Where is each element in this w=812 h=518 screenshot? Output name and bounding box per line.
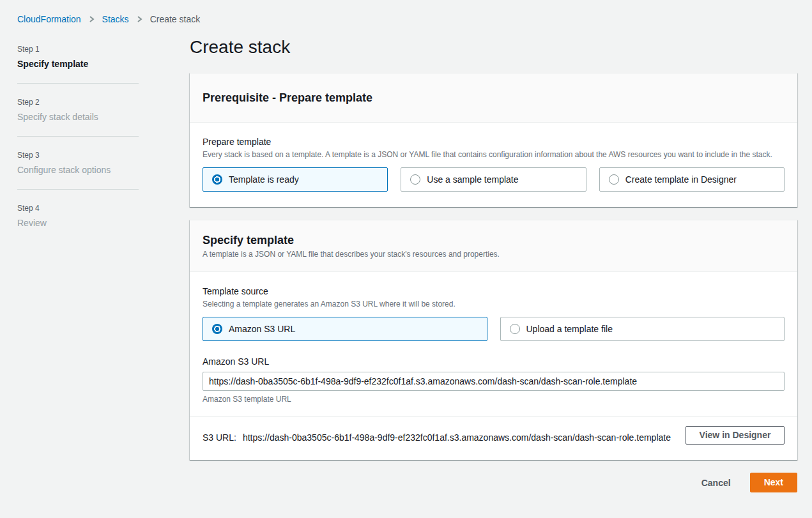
wizard-step-3: Step 3 Configure stack options [17,151,177,175]
radio-tile-label: Use a sample template [427,174,518,185]
wizard-step-4: Step 4 Review [17,204,177,228]
s3-url-summary-row: S3 URL:https://dash-0ba3505c-6b1f-498a-9… [203,426,785,445]
breadcrumb-chevron-icon [137,15,142,23]
view-in-designer-button[interactable]: View in Designer [686,426,785,445]
radio-tile-label: Create template in Designer [625,174,737,185]
specify-template-card: Specify template A template is a JSON or… [190,220,797,460]
breadcrumb-cloudformation-link[interactable]: CloudFormation [17,14,81,24]
step-title: Review [17,218,177,228]
radio-tile-label: Amazon S3 URL [229,324,295,334]
section-divider [190,416,797,417]
wizard-step-2: Step 2 Specify stack details [17,98,177,122]
specify-template-card-title: Specify template [203,233,785,247]
s3-url-summary-label: S3 URL: [203,432,236,443]
step-divider [17,136,139,137]
amazon-s3-url-label: Amazon S3 URL [203,356,269,367]
template-source-description: Selecting a template generates an Amazon… [203,299,785,309]
prepare-template-description: Every stack is based on a template. A te… [203,149,785,160]
radio-tile-use-sample-template[interactable]: Use a sample template [401,167,586,192]
step-title: Configure stack options [17,165,177,175]
template-source-options: Amazon S3 URL Upload a template file [203,317,785,341]
radio-unchecked-icon[interactable] [410,174,420,185]
radio-tile-create-template-in-designer[interactable]: Create template in Designer [599,167,785,192]
amazon-s3-url-helper: Amazon S3 template URL [203,395,785,404]
step-title: Specify template [17,59,177,69]
step-number: Step 1 [17,45,177,54]
radio-unchecked-icon[interactable] [510,324,520,334]
cloudformation-create-stack-page: CloudFormation Stacks Create stack Step … [0,0,812,518]
amazon-s3-url-input[interactable] [203,372,785,391]
page-title: Create stack [190,34,797,60]
next-button[interactable]: Next [750,473,797,492]
step-number: Step 2 [17,98,177,107]
radio-checked-icon[interactable] [212,174,222,185]
step-title: Specify stack details [17,112,177,122]
prepare-template-options: Template is ready Use a sample template … [203,167,785,192]
radio-unchecked-icon[interactable] [609,174,619,185]
breadcrumb-chevron-icon [89,15,95,23]
radio-checked-icon[interactable] [212,324,222,334]
breadcrumb-stacks-link[interactable]: Stacks [102,14,129,24]
wizard-steps-nav: Step 1 Specify template Step 2 Specify s… [17,24,177,492]
radio-tile-label: Template is ready [229,174,299,185]
step-number: Step 3 [17,151,177,160]
step-divider [17,189,139,190]
breadcrumb-current: Create stack [150,14,201,24]
breadcrumb: CloudFormation Stacks Create stack [0,0,812,24]
s3-url-summary-value: https://dash-0ba3505c-6b1f-498a-9df9-ef2… [243,432,671,443]
specify-template-card-subtitle: A template is a JSON or YAML file that d… [203,250,785,259]
step-number: Step 4 [17,204,177,213]
wizard-step-1: Step 1 Specify template [17,45,177,69]
prerequisite-card-title: Prerequisite - Prepare template [203,91,785,105]
specify-template-card-header: Specify template A template is a JSON or… [190,220,797,272]
prepare-template-label: Prepare template [203,135,785,148]
template-source-label: Template source [203,285,785,298]
radio-tile-upload-template-file[interactable]: Upload a template file [500,317,785,341]
s3-url-summary: S3 URL:https://dash-0ba3505c-6b1f-498a-9… [203,426,682,445]
prerequisite-card: Prerequisite - Prepare template Prepare … [190,73,797,207]
prerequisite-card-header: Prerequisite - Prepare template [190,73,797,123]
radio-tile-template-is-ready[interactable]: Template is ready [203,167,388,192]
radio-tile-label: Upload a template file [526,324,613,334]
radio-tile-amazon-s3-url[interactable]: Amazon S3 URL [203,317,487,341]
wizard-footer-actions: Cancel Next [190,473,797,492]
step-divider [17,83,139,84]
cancel-button[interactable]: Cancel [701,478,731,488]
